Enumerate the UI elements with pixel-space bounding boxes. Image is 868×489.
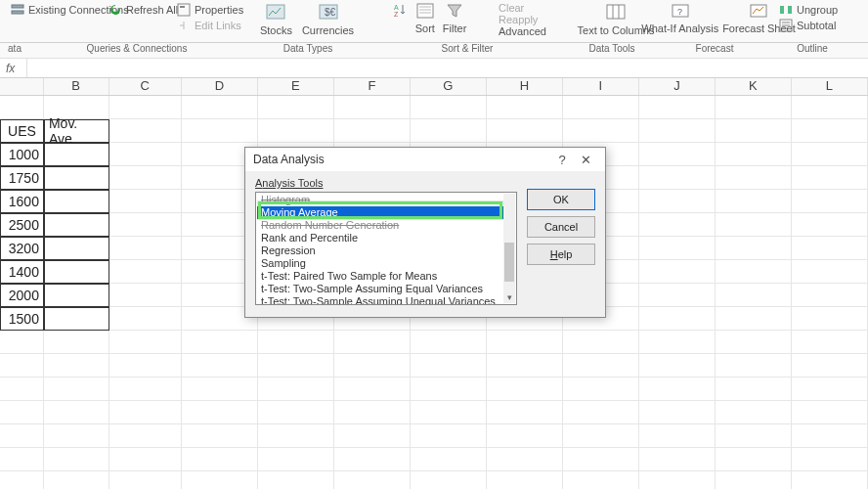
cell[interactable] [487,378,563,401]
cell[interactable] [716,424,792,448]
cell[interactable] [639,307,716,331]
cell[interactable] [182,424,258,448]
list-item[interactable]: Regression [257,244,515,257]
cell[interactable] [258,401,334,424]
cell[interactable] [258,354,334,378]
cell[interactable] [792,260,868,284]
cell[interactable] [182,354,258,378]
cell[interactable] [44,307,109,331]
cell[interactable] [792,190,868,213]
column-header[interactable]: E [258,78,334,95]
cell[interactable] [109,166,182,190]
subtotal-button[interactable]: Subtotal [778,18,836,33]
cell[interactable] [639,424,716,448]
cell[interactable] [639,260,716,284]
list-item[interactable]: Moving Average [257,206,515,219]
cell[interactable] [563,96,639,119]
cell[interactable] [182,378,258,401]
cell[interactable] [109,401,182,424]
cell[interactable] [487,448,563,471]
cell[interactable] [109,307,182,331]
cell[interactable] [563,354,639,378]
cell[interactable] [258,471,334,489]
cell[interactable] [487,119,563,143]
cell[interactable] [639,284,716,307]
cell[interactable] [411,331,487,354]
column-header[interactable]: C [109,78,182,95]
cell[interactable] [44,378,109,401]
cell[interactable] [716,260,792,284]
cell[interactable]: 2000 [0,284,44,307]
cell[interactable] [716,307,792,331]
cell[interactable] [182,331,258,354]
cell[interactable] [109,213,182,237]
cell[interactable] [44,448,109,471]
cell[interactable]: Mov. Ave. [44,119,109,143]
column-header[interactable]: H [487,78,563,95]
column-header[interactable]: B [44,78,109,95]
cell[interactable] [411,354,487,378]
cell[interactable] [716,284,792,307]
help-button[interactable]: Help [527,244,595,265]
sort-az-button[interactable]: AZ [392,2,408,20]
cell[interactable] [487,354,563,378]
cell[interactable] [44,143,109,166]
cell[interactable] [109,448,182,471]
cell[interactable] [44,190,109,213]
cell[interactable] [716,166,792,190]
cell[interactable] [0,401,44,424]
cell[interactable] [0,448,44,471]
cell[interactable] [716,190,792,213]
cell[interactable] [44,401,109,424]
cell[interactable] [639,471,716,489]
cell[interactable] [563,331,639,354]
ok-button[interactable]: OK [527,189,595,210]
cell[interactable] [44,166,109,190]
column-header[interactable]: G [411,78,487,95]
cell[interactable] [411,424,487,448]
cell[interactable] [44,237,109,260]
cell[interactable] [487,471,563,489]
cell[interactable] [109,119,182,143]
cell[interactable] [792,284,868,307]
cell[interactable]: 1750 [0,166,44,190]
cell[interactable] [563,378,639,401]
cell[interactable] [0,331,44,354]
cell[interactable] [639,331,716,354]
clear-button[interactable]: Clear [499,2,524,14]
list-item[interactable]: t-Test: Two-Sample Assuming Equal Varian… [257,283,515,295]
cell[interactable] [487,96,563,119]
cell[interactable] [258,424,334,448]
cell[interactable] [44,471,109,489]
cell[interactable] [334,119,411,143]
cell[interactable] [44,213,109,237]
listbox-scrollbar[interactable]: ▾ [503,194,515,303]
cell[interactable] [563,401,639,424]
cell[interactable]: 3200 [0,237,44,260]
sort-button[interactable]: Sort [415,2,435,34]
cell[interactable] [109,237,182,260]
cell[interactable] [109,354,182,378]
refresh-all-button[interactable]: Refresh All [108,2,178,18]
cell[interactable] [639,237,716,260]
list-item[interactable]: t-Test: Paired Two Sample for Means [257,270,515,283]
cell[interactable] [334,378,411,401]
cell[interactable] [411,401,487,424]
cell[interactable]: 2500 [0,213,44,237]
cell[interactable] [334,401,411,424]
cell[interactable] [0,471,44,489]
analysis-tools-listbox[interactable]: HistogramMoving AverageRandom Number Gen… [255,192,517,305]
cell[interactable] [792,119,868,143]
cell[interactable] [411,96,487,119]
cell[interactable] [487,424,563,448]
column-header[interactable]: K [716,78,792,95]
list-item[interactable]: Rank and Percentile [257,232,515,244]
cell[interactable] [258,378,334,401]
cell[interactable] [639,190,716,213]
dialog-close-button[interactable]: ✕ [574,153,597,167]
cell[interactable]: 1600 [0,190,44,213]
list-item[interactable]: Histogram [257,194,515,206]
cell[interactable] [0,96,44,119]
cell[interactable] [109,378,182,401]
cell[interactable] [792,448,868,471]
